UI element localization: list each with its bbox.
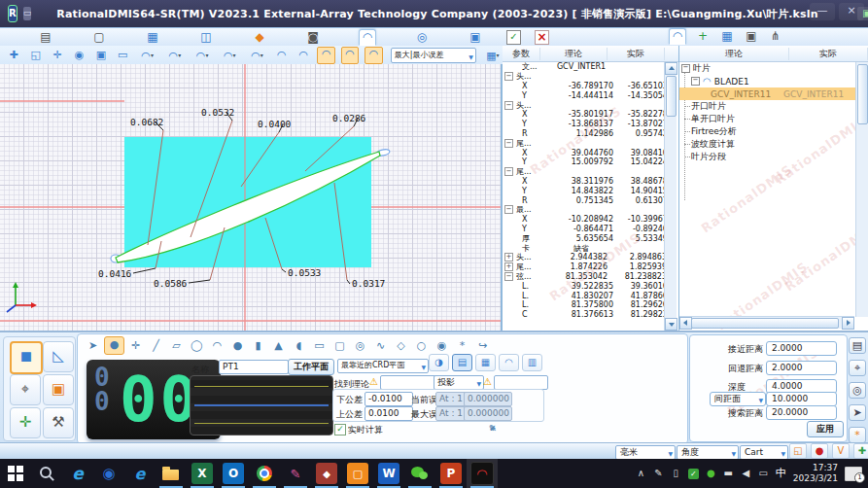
scroll-thumb[interactable] — [666, 76, 677, 117]
table-row[interactable]: X -10.208942 -10.399676 — [503, 215, 678, 225]
realtime-checkbox[interactable] — [334, 424, 346, 436]
row-expander-icon[interactable] — [504, 83, 512, 89]
row-expander-icon[interactable] — [504, 111, 512, 118]
blade-section-icon[interactable]: ◠ — [164, 48, 186, 63]
toggle-check-icon[interactable]: ✓ — [506, 30, 521, 45]
tab-color[interactable]: ◆ — [252, 30, 267, 45]
torus-tool[interactable]: ◎ — [351, 337, 369, 354]
error-mode-dropdown[interactable]: 最大|最小误差 — [391, 48, 476, 63]
blade-report-icon[interactable]: ◠ — [246, 48, 267, 63]
tab-capture[interactable]: ▣ — [468, 30, 483, 45]
row-expander-icon[interactable] — [504, 188, 512, 194]
table-row[interactable]: − 头... — [503, 100, 678, 110]
taskbar-security[interactable]: ◆ — [311, 459, 342, 488]
status-coordinate-icon[interactable]: ◱ — [789, 443, 807, 459]
tree-item[interactable]: − ◠ BLADE1 — [679, 75, 868, 87]
status-caliper-icon[interactable]: V — [832, 443, 850, 459]
action-center-icon[interactable]: 1 — [845, 467, 862, 481]
row-expander-icon[interactable] — [504, 92, 512, 99]
arc-probe-tab[interactable]: ◠ — [499, 354, 519, 371]
table-row[interactable]: − 尾... — [503, 167, 678, 177]
gear-tool[interactable]: * — [453, 337, 471, 354]
row-expander-icon[interactable]: − — [504, 167, 513, 176]
taskbar-word[interactable]: W — [373, 459, 404, 488]
row-expander-icon[interactable] — [504, 130, 512, 137]
taskbar-excel[interactable]: X — [187, 459, 218, 488]
measure-mode-icon[interactable]: ➤ — [84, 337, 102, 354]
taskbar-edge[interactable]: e — [124, 459, 156, 488]
hook-tool[interactable]: ↪ — [473, 337, 492, 354]
status-axes-icon[interactable]: ✚ — [853, 443, 868, 459]
table-row[interactable]: Y 14.843822 14.904156 — [503, 186, 678, 195]
column-actual[interactable]: 实际 — [608, 48, 665, 60]
close-button[interactable]: × — [839, 3, 864, 20]
tree-expander-icon[interactable]: − — [691, 77, 700, 86]
table-row[interactable]: X 39.044760 39.084101 — [503, 148, 678, 157]
toggle-close-icon[interactable]: × — [535, 30, 549, 45]
row-expander-icon[interactable] — [504, 178, 512, 185]
table-row[interactable]: L. 41.830207 41.878660 — [503, 291, 678, 300]
workplane-button[interactable]: 工作平面 — [288, 359, 334, 375]
row-expander-icon[interactable] — [504, 226, 512, 232]
taskbar-outlook[interactable]: O — [218, 459, 249, 488]
tray-volume-icon[interactable]: ◀ — [741, 468, 751, 479]
feature-name-input[interactable]: PT1 — [219, 360, 289, 374]
row-expander-icon[interactable] — [504, 245, 512, 252]
plane-tool[interactable]: ▱ — [167, 337, 186, 354]
row-expander-icon[interactable]: − — [504, 205, 513, 214]
tab-disc[interactable]: ◎ — [414, 30, 430, 45]
taskbar-wechat[interactable] — [404, 459, 435, 488]
column-param[interactable]: 参数 — [503, 48, 540, 60]
curve-tool[interactable]: ∿ — [371, 337, 390, 354]
row-expander-icon[interactable] — [504, 197, 512, 204]
tab-document[interactable]: ▢ — [91, 30, 107, 45]
tree-item[interactable]: GCV_INTER11 GCV_INTER11 — [679, 87, 868, 100]
probe-move-icon[interactable]: ➤ — [849, 404, 866, 421]
machine-tools-button[interactable]: ⚒ — [43, 407, 74, 438]
scroll-right-icon[interactable] — [842, 317, 854, 330]
column-actual[interactable]: 实际 — [789, 48, 868, 60]
projection-dropdown[interactable]: 投影 — [434, 375, 484, 390]
taskbar-paint[interactable]: ✎ — [280, 459, 311, 488]
table-row[interactable]: X -36.789170 -36.651032 — [503, 82, 678, 91]
blade-edit-icon[interactable]: ◠ — [274, 48, 290, 63]
tree-vertical-scrollbar[interactable] — [855, 62, 868, 317]
taskbar-search[interactable] — [31, 459, 62, 488]
confirm-check-icon[interactable]: ✓ — [486, 423, 500, 435]
tree-horizontal-scrollbar[interactable] — [679, 316, 854, 329]
projection-input[interactable] — [494, 375, 548, 390]
tree-filter-icon[interactable]: ⋔ — [768, 29, 783, 44]
scroll-thumb[interactable] — [857, 64, 868, 124]
taskbar-rationaldmis[interactable]: ◠ — [467, 459, 498, 488]
row-expander-icon[interactable] — [504, 235, 512, 242]
tree-expander-icon[interactable]: − — [681, 64, 690, 73]
minimize-button[interactable]: — — [810, 3, 835, 20]
row-expander-icon[interactable] — [504, 216, 512, 223]
apply-button[interactable]: 应用 — [807, 421, 844, 437]
row-expander-icon[interactable] — [504, 158, 512, 165]
report-icon[interactable]: ▤ — [849, 337, 866, 354]
circle-tool[interactable]: ◯ — [188, 337, 206, 354]
found-theory-input[interactable] — [380, 375, 436, 390]
row-expander-icon[interactable] — [504, 293, 512, 299]
rectangle-tool[interactable]: ▢ — [330, 337, 349, 354]
taskbar-chrome[interactable] — [249, 459, 280, 488]
frame-icon[interactable]: ▣ — [93, 48, 109, 63]
cylinder-tool[interactable]: ▮ — [249, 337, 267, 354]
unit-dropdown[interactable]: 毫米 — [615, 445, 676, 460]
tree-item[interactable]: 开口叶片 — [679, 100, 868, 113]
clearance-plane[interactable]: 10.0000 — [766, 392, 837, 406]
row-expander-icon[interactable]: − — [504, 272, 513, 281]
pentagon-tool[interactable]: ◇ — [392, 337, 410, 354]
view-orient-icon[interactable]: ◉ — [71, 48, 87, 63]
tab-ink[interactable]: ◙ — [305, 30, 321, 45]
column-theory[interactable]: 理论 — [540, 48, 608, 60]
list-tab[interactable]: ▦ — [475, 354, 496, 371]
zoom-tool-icon[interactable]: ◎ — [849, 382, 866, 399]
table-row[interactable]: L. 39.522835 39.360164 — [503, 281, 678, 291]
clock[interactable]: 17:37 2023/3/21 — [793, 463, 838, 484]
row-expander-icon[interactable] — [504, 283, 512, 290]
table-row[interactable]: − 尾... — [503, 138, 678, 148]
blade-eval-3-icon[interactable]: ◠ — [365, 47, 382, 64]
row-expander-icon[interactable] — [504, 301, 512, 308]
